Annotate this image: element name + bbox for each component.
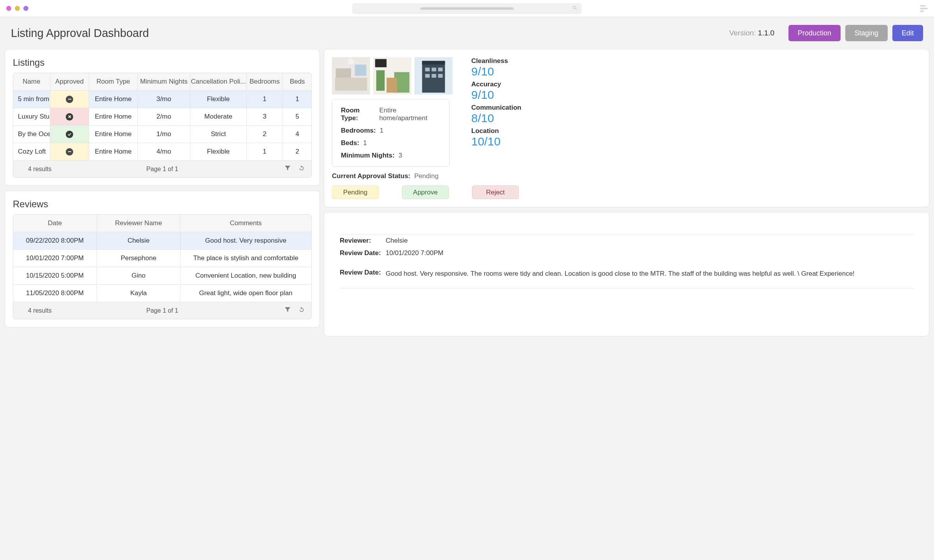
- reviews-header-row: Date Reviewer Name Comments: [13, 215, 311, 232]
- table-row[interactable]: Cozy LoftEntire Home4/moFlexible12: [13, 143, 311, 161]
- listing-detail-card: Room Type:Entire home/apartment Bedrooms…: [324, 49, 929, 207]
- svg-rect-0: [68, 99, 71, 100]
- table-row[interactable]: 10/01/2020 7:00PMPersephoneThe place is …: [13, 250, 311, 267]
- thumbnail-3[interactable]: [414, 57, 453, 94]
- svg-rect-3: [335, 78, 367, 91]
- svg-rect-17: [438, 68, 443, 72]
- col-date[interactable]: Date: [13, 215, 97, 232]
- table-row[interactable]: 11/05/2020 8:00PMKaylaGreat light, wide …: [13, 285, 311, 302]
- filter-icon[interactable]: [284, 164, 291, 173]
- page-title: Listing Approval Dashboard: [11, 27, 149, 40]
- cell-approved: [50, 91, 89, 108]
- min-nights-value: 3: [399, 152, 402, 159]
- cell-beds: 2: [283, 143, 312, 161]
- min-nights-label: Minimum Nights:: [341, 152, 395, 159]
- rating-scores: Cleanliness9/10 Accuracy9/10 Communicati…: [471, 57, 921, 167]
- search-icon[interactable]: [572, 5, 578, 12]
- score-cleanliness-label: Cleanliness: [471, 57, 921, 65]
- col-comments[interactable]: Comments: [181, 215, 311, 232]
- close-window-icon[interactable]: [6, 6, 11, 11]
- col-beds[interactable]: Beds: [283, 73, 312, 91]
- col-room-type[interactable]: Room Type: [89, 73, 138, 91]
- cell-approved: [50, 108, 89, 126]
- cell-bedrooms: 3: [247, 108, 283, 126]
- filter-icon[interactable]: [284, 306, 291, 315]
- cell-date: 11/05/2020 8:00PM: [13, 285, 97, 302]
- table-row[interactable]: 10/15/2020 5:00PMGinoConvenient Location…: [13, 267, 311, 285]
- beds-label: Beds:: [341, 139, 359, 147]
- minimize-window-icon[interactable]: [15, 6, 20, 11]
- bedrooms-label: Bedrooms:: [341, 127, 376, 135]
- listings-card: Listings Name Approved Room Type Minimum…: [5, 49, 320, 186]
- address-bar[interactable]: [352, 3, 582, 14]
- svg-rect-6: [355, 65, 366, 76]
- col-approved[interactable]: Approved: [50, 73, 89, 91]
- cell-date: 09/22/2020 8:00PM: [13, 232, 97, 250]
- score-location-value: 10/10: [471, 135, 921, 148]
- cell-reviewer: Kayla: [97, 285, 181, 302]
- score-location-label: Location: [471, 127, 921, 135]
- cell-min-nights: 4/mo: [138, 143, 190, 161]
- approval-actions: Pending Approve Reject: [332, 186, 921, 199]
- score-accuracy-label: Accuracy: [471, 80, 921, 88]
- cell-reviewer: Persephone: [97, 250, 181, 267]
- edit-button[interactable]: Edit: [892, 25, 923, 41]
- approved-icon: [66, 131, 73, 138]
- col-bedrooms[interactable]: Bedrooms: [247, 73, 283, 91]
- approve-button[interactable]: Approve: [402, 186, 449, 199]
- cell-beds: 4: [283, 126, 312, 143]
- listing-thumbnails: [332, 57, 453, 94]
- score-communication-label: Communication: [471, 104, 921, 112]
- listings-header-row: Name Approved Room Type Minimum Nights C…: [13, 73, 311, 91]
- bedrooms-value: 1: [380, 127, 383, 135]
- svg-rect-20: [438, 74, 443, 78]
- table-row[interactable]: 09/22/2020 8:00PMChelsieGood host. Very …: [13, 232, 311, 250]
- pending-button[interactable]: Pending: [332, 186, 379, 199]
- reviews-table: Date Reviewer Name Comments 09/22/2020 8…: [13, 214, 312, 319]
- table-row[interactable]: 5 min fromEntire Home3/moFlexible11: [13, 91, 311, 108]
- cell-cancellation: Strict: [190, 126, 247, 143]
- production-button[interactable]: Production: [788, 25, 841, 41]
- refresh-icon[interactable]: [298, 306, 305, 315]
- room-type-label: Room Type:: [341, 107, 375, 122]
- cell-date: 10/15/2020 5:00PM: [13, 267, 97, 285]
- svg-rect-14: [422, 61, 445, 65]
- cell-name: Luxury Stu: [13, 108, 50, 126]
- col-name[interactable]: Name: [13, 73, 50, 91]
- listings-title: Listings: [13, 57, 312, 68]
- cell-bedrooms: 1: [247, 143, 283, 161]
- cell-cancellation: Moderate: [190, 108, 247, 126]
- rejected-icon: [66, 113, 73, 121]
- col-min-nights[interactable]: Minimum Nights: [138, 73, 190, 91]
- col-reviewer[interactable]: Reviewer Name: [97, 215, 181, 232]
- window-chrome: [0, 0, 934, 17]
- cell-bedrooms: 1: [247, 91, 283, 108]
- table-row[interactable]: Luxury StuEntire Home2/moModerate35: [13, 108, 311, 126]
- cell-comments: Convenient Location, new building: [181, 267, 311, 285]
- cell-name: 5 min from: [13, 91, 50, 108]
- cell-cancellation: Flexible: [190, 91, 247, 108]
- cell-approved: [50, 126, 89, 143]
- staging-button[interactable]: Staging: [845, 25, 888, 41]
- thumbnail-1[interactable]: [332, 57, 370, 94]
- col-cancellation[interactable]: Cancellation Poli...: [190, 73, 247, 91]
- svg-rect-15: [425, 68, 430, 72]
- svg-rect-1: [68, 151, 71, 152]
- traffic-lights: [6, 6, 28, 11]
- review-date-label: Review Date:: [340, 249, 386, 257]
- svg-rect-19: [432, 74, 436, 78]
- thumbnail-2[interactable]: [373, 57, 411, 94]
- maximize-window-icon[interactable]: [23, 6, 28, 11]
- cell-reviewer: Chelsie: [97, 232, 181, 250]
- cell-room-type: Entire Home: [89, 91, 138, 108]
- table-row[interactable]: By the OceEntire Home1/moStrict24: [13, 126, 311, 143]
- pending-icon: [66, 96, 73, 103]
- svg-rect-18: [425, 74, 430, 78]
- reject-button[interactable]: Reject: [472, 186, 519, 199]
- menu-icon[interactable]: [920, 5, 928, 12]
- svg-point-5: [348, 59, 354, 65]
- svg-rect-4: [336, 68, 351, 78]
- version-label: Version: 1.1.0: [729, 29, 774, 37]
- refresh-icon[interactable]: [298, 164, 305, 173]
- reviews-title: Reviews: [13, 199, 312, 210]
